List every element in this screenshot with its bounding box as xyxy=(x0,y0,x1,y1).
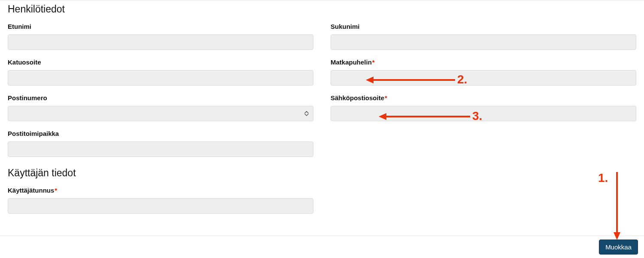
edit-button[interactable]: Muokkaa xyxy=(599,240,638,255)
field-email: Sähköpostiosoite* xyxy=(331,94,636,121)
field-postalcode: Postinumero xyxy=(8,94,313,121)
label-street-text: Katuosoite xyxy=(8,58,41,66)
field-lastname: Sukunimi xyxy=(331,23,636,50)
label-city-text: Postitoimipaikka xyxy=(8,130,59,137)
row-2: Katuosoite Matkapuhelin* xyxy=(8,58,636,94)
field-mobile: Matkapuhelin* xyxy=(331,58,636,86)
label-lastname: Sukunimi xyxy=(331,23,636,30)
form-container: Henkilötiedot Etunimi Sukunimi Katuosoit… xyxy=(0,0,644,222)
input-mobile[interactable] xyxy=(331,70,636,86)
top-shadow xyxy=(0,0,644,1)
label-email-text: Sähköpostiosoite xyxy=(331,94,384,101)
row-3: Postinumero Sähköpostiosoite* xyxy=(8,94,636,130)
label-city: Postitoimipaikka xyxy=(8,130,313,137)
required-asterisk-icon: * xyxy=(372,58,375,66)
required-asterisk-icon: * xyxy=(385,94,387,101)
input-city[interactable] xyxy=(8,141,313,157)
row-1: Etunimi Sukunimi xyxy=(8,23,636,58)
input-username[interactable] xyxy=(8,198,313,214)
label-postalcode-text: Postinumero xyxy=(8,94,47,101)
label-postalcode: Postinumero xyxy=(8,94,313,101)
label-email: Sähköpostiosoite* xyxy=(331,94,636,101)
section-title-personal: Henkilötiedot xyxy=(8,3,636,15)
field-firstname: Etunimi xyxy=(8,23,313,50)
label-username: Käyttäjätunnus* xyxy=(8,187,313,194)
required-asterisk-icon: * xyxy=(55,187,57,194)
col-left: Etunimi xyxy=(8,23,313,58)
label-street: Katuosoite xyxy=(8,58,313,66)
input-street[interactable] xyxy=(8,70,313,86)
col-left-3: Postinumero xyxy=(8,94,313,130)
col-right-2: Matkapuhelin* xyxy=(331,58,636,94)
col-right-3: Sähköpostiosoite* xyxy=(331,94,636,130)
label-firstname: Etunimi xyxy=(8,23,313,30)
input-email[interactable] xyxy=(331,106,636,121)
row-4: Postitoimipaikka xyxy=(8,130,636,166)
select-postalcode[interactable] xyxy=(8,106,313,121)
col-right-4-empty xyxy=(331,130,636,166)
input-firstname[interactable] xyxy=(8,34,313,50)
field-street: Katuosoite xyxy=(8,58,313,86)
col-right-5-empty xyxy=(331,187,636,222)
input-lastname[interactable] xyxy=(331,34,636,50)
field-username: Käyttäjätunnus* xyxy=(8,187,313,214)
select-wrap-postalcode xyxy=(8,106,313,121)
col-right: Sukunimi xyxy=(331,23,636,58)
col-left-5: Käyttäjätunnus* xyxy=(8,187,313,222)
col-left-2: Katuosoite xyxy=(8,58,313,94)
label-firstname-text: Etunimi xyxy=(8,23,31,30)
section-title-user: Käyttäjän tiedot xyxy=(8,167,636,179)
col-left-4: Postitoimipaikka xyxy=(8,130,313,166)
row-5: Käyttäjätunnus* xyxy=(8,187,636,222)
label-username-text: Käyttäjätunnus xyxy=(8,187,54,194)
footer-bar: Muokkaa xyxy=(0,236,644,258)
label-lastname-text: Sukunimi xyxy=(331,23,360,30)
field-city: Postitoimipaikka xyxy=(8,130,313,157)
label-mobile-text: Matkapuhelin xyxy=(331,58,372,66)
label-mobile: Matkapuhelin* xyxy=(331,58,636,66)
